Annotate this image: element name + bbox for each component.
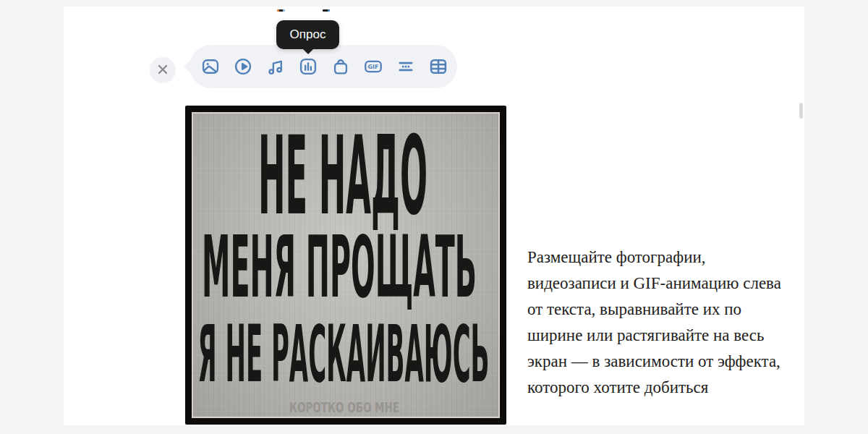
photo-icon	[200, 56, 221, 77]
attached-image[interactable]: НЕ НАДО МЕНЯ ПРОЩАТЬ Я НЕ РАСКАИВАЮСЬ КО…	[185, 106, 506, 425]
poster-caption: КОРОТКО ОБО МНЕ	[289, 399, 399, 416]
poster-canvas: НЕ НАДО МЕНЯ ПРОЩАТЬ Я НЕ РАСКАИВАЮСЬ КО…	[192, 112, 500, 418]
close-icon	[157, 64, 169, 77]
cropped-content-mark	[277, 9, 285, 12]
tooltip-label: Опрос	[290, 27, 326, 42]
photo-attach-button[interactable]	[200, 56, 221, 77]
poster-line-2: МЕНЯ ПРОЩАТЬ	[202, 218, 477, 315]
scrollbar-thumb[interactable]	[799, 103, 803, 119]
description-line: экран — в зависимости от эффекта,	[527, 349, 838, 375]
table-icon	[428, 56, 448, 77]
page: Опрос	[0, 0, 868, 434]
video-attach-button[interactable]	[233, 56, 253, 77]
separator-attach-button[interactable]	[396, 56, 416, 77]
description-line: видеозаписи и GIF-анимацию слева	[527, 271, 838, 297]
poll-attach-button[interactable]	[298, 56, 318, 77]
product-attach-button[interactable]	[331, 56, 351, 77]
separator-icon	[396, 56, 416, 77]
description-line: которого хотите добиться	[527, 375, 838, 401]
poster-line-3: Я НЕ РАСКАИВАЮСЬ	[198, 308, 490, 400]
editor-canvas: Опрос	[64, 7, 804, 425]
music-icon	[265, 56, 286, 77]
editor-help-paragraph: Размещайте фотографии, видеозаписи и GIF…	[527, 244, 838, 401]
attachment-toolbar: GIF	[190, 45, 457, 88]
cropped-content-mark	[323, 9, 330, 12]
tooltip-arrow	[302, 48, 314, 54]
music-attach-button[interactable]	[265, 56, 286, 77]
video-icon	[233, 56, 253, 77]
table-attach-button[interactable]	[428, 56, 448, 77]
gif-icon: GIF	[363, 56, 383, 77]
poll-icon	[298, 56, 318, 77]
description-line: ширине или растягивайте на весь	[527, 323, 838, 349]
close-toolbar-button[interactable]	[150, 57, 176, 83]
description-line: Размещайте фотографии,	[527, 244, 838, 271]
toolbar-notch	[184, 59, 199, 74]
gif-icon-label: GIF	[368, 64, 379, 70]
gif-attach-button[interactable]: GIF	[363, 56, 383, 77]
tooltip-poll: Опрос	[276, 20, 339, 49]
shopping-bag-icon	[331, 56, 351, 77]
description-line: от текста, выравнивайте их по	[527, 297, 838, 323]
